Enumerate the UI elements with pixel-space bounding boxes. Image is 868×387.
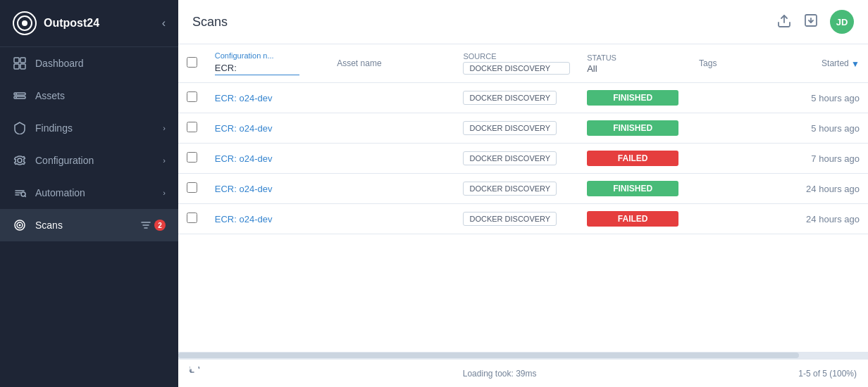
- dashboard-icon: [13, 56, 27, 70]
- main-content: Scans JD: [178, 0, 868, 387]
- horizontal-scrollbar[interactable]: [178, 352, 868, 359]
- sidebar-item-label-assets: Assets: [35, 90, 166, 101]
- sidebar-item-assets[interactable]: Assets: [0, 80, 178, 112]
- table-row: ECR: o24-dev DOCKER DISCOVERY FINISHED 5…: [178, 113, 868, 144]
- status-filter-label: Status: [587, 53, 682, 62]
- svg-rect-3: [14, 58, 19, 63]
- row-checkbox[interactable]: [187, 91, 197, 102]
- source-filter: Source DOCKER DISCOVERY: [463, 52, 570, 75]
- row-source: DOCKER DISCOVERY: [454, 174, 578, 204]
- source-badge: DOCKER DISCOVERY: [463, 91, 557, 105]
- row-status: FINISHED: [578, 113, 690, 144]
- svg-point-10: [16, 97, 17, 99]
- svg-point-9: [16, 94, 17, 95]
- refresh-icon[interactable]: [190, 367, 201, 381]
- started-text: 5 hours ago: [811, 93, 860, 103]
- th-status: Status All: [578, 44, 690, 83]
- status-badge: FAILED: [587, 151, 678, 166]
- sidebar-item-findings[interactable]: Findings ›: [0, 112, 178, 144]
- svg-rect-4: [20, 58, 25, 63]
- page-title: Scans: [192, 15, 228, 30]
- svg-point-2: [22, 20, 27, 26]
- row-config: ECR: o24-dev: [206, 144, 328, 174]
- automation-arrow: ›: [163, 189, 166, 197]
- config-filter-input[interactable]: [215, 61, 299, 75]
- status-filter: Status All: [587, 53, 682, 74]
- svg-rect-6: [20, 64, 25, 69]
- th-asset: Asset name: [328, 44, 454, 83]
- sidebar-item-label-findings: Findings: [35, 122, 154, 134]
- scans-icon: [13, 218, 27, 232]
- th-tags: Tags: [690, 44, 766, 83]
- row-asset: [328, 113, 454, 144]
- started-text: 24 hours ago: [806, 214, 860, 224]
- collapse-button[interactable]: ‹: [162, 17, 166, 30]
- source-filter-label: Source: [463, 52, 570, 61]
- automation-icon: [13, 186, 27, 200]
- topbar: Scans JD: [178, 0, 868, 44]
- sidebar-item-dashboard[interactable]: Dashboard: [0, 47, 178, 80]
- filter-icon: 2: [140, 220, 166, 231]
- filter-badge: 2: [154, 220, 166, 231]
- config-link[interactable]: ECR: o24-dev: [215, 123, 273, 134]
- findings-icon: [13, 121, 27, 135]
- status-filter-value: All: [587, 63, 682, 74]
- findings-arrow: ›: [163, 124, 166, 132]
- source-badge: DOCKER DISCOVERY: [463, 212, 557, 226]
- started-label: Started: [822, 58, 849, 68]
- row-tags: [690, 113, 766, 144]
- row-checkbox-cell: [178, 174, 206, 204]
- upload-icon[interactable]: [776, 13, 792, 32]
- row-status: FAILED: [578, 144, 690, 174]
- select-all-checkbox[interactable]: [187, 57, 197, 68]
- config-filter: Configuration n...: [215, 51, 320, 75]
- logo-icon: [13, 11, 37, 35]
- row-config: ECR: o24-dev: [206, 83, 328, 113]
- export-icon[interactable]: [803, 13, 819, 32]
- row-checkbox[interactable]: [187, 182, 197, 193]
- row-asset: [328, 144, 454, 174]
- config-link[interactable]: ECR: o24-dev: [215, 93, 273, 103]
- row-started: 7 hours ago: [766, 144, 868, 174]
- table-body: ECR: o24-dev DOCKER DISCOVERY FINISHED 5…: [178, 83, 868, 234]
- row-checkbox-cell: [178, 83, 206, 113]
- config-link[interactable]: ECR: o24-dev: [215, 184, 273, 194]
- sidebar-item-configuration[interactable]: Configuration ›: [0, 144, 178, 177]
- avatar[interactable]: JD: [830, 10, 854, 34]
- row-source: DOCKER DISCOVERY: [454, 144, 578, 174]
- status-badge: FINISHED: [587, 120, 678, 136]
- source-badge: DOCKER DISCOVERY: [463, 182, 557, 196]
- th-checkbox: [178, 44, 206, 83]
- row-started: 5 hours ago: [766, 83, 868, 113]
- row-tags: [690, 174, 766, 204]
- row-checkbox[interactable]: [187, 122, 197, 132]
- table-container: Configuration n... Asset name Source DOC…: [178, 44, 868, 352]
- scans-table: Configuration n... Asset name Source DOC…: [178, 44, 868, 234]
- sidebar-item-label-automation: Automation: [35, 187, 154, 198]
- config-link[interactable]: ECR: o24-dev: [215, 153, 273, 164]
- row-config: ECR: o24-dev: [206, 174, 328, 204]
- row-checkbox-cell: [178, 204, 206, 234]
- sort-icon[interactable]: ▼: [851, 58, 860, 68]
- sidebar-item-label-configuration: Configuration: [35, 155, 154, 166]
- config-link[interactable]: ECR: o24-dev: [215, 214, 273, 224]
- loading-text: Loading took: 39ms: [463, 369, 537, 379]
- logo: Outpost24: [13, 11, 99, 35]
- top-actions: JD: [776, 10, 854, 34]
- config-filter-label: Configuration n...: [215, 51, 320, 60]
- row-tags: [690, 204, 766, 234]
- configuration-arrow: ›: [163, 156, 166, 165]
- row-status: FAILED: [578, 204, 690, 234]
- row-checkbox[interactable]: [187, 152, 197, 163]
- row-tags: [690, 83, 766, 113]
- th-source: Source DOCKER DISCOVERY: [454, 44, 578, 83]
- source-filter-badge: DOCKER DISCOVERY: [463, 62, 570, 75]
- sidebar-item-automation[interactable]: Automation ›: [0, 177, 178, 209]
- sidebar-item-scans[interactable]: Scans 2: [0, 209, 178, 241]
- source-badge: DOCKER DISCOVERY: [463, 151, 557, 165]
- table-row: ECR: o24-dev DOCKER DISCOVERY FINISHED 5…: [178, 83, 868, 113]
- row-checkbox[interactable]: [187, 212, 197, 223]
- table-row: ECR: o24-dev DOCKER DISCOVERY FAILED 24 …: [178, 204, 868, 234]
- tags-label: Tags: [699, 58, 717, 68]
- row-asset: [328, 174, 454, 204]
